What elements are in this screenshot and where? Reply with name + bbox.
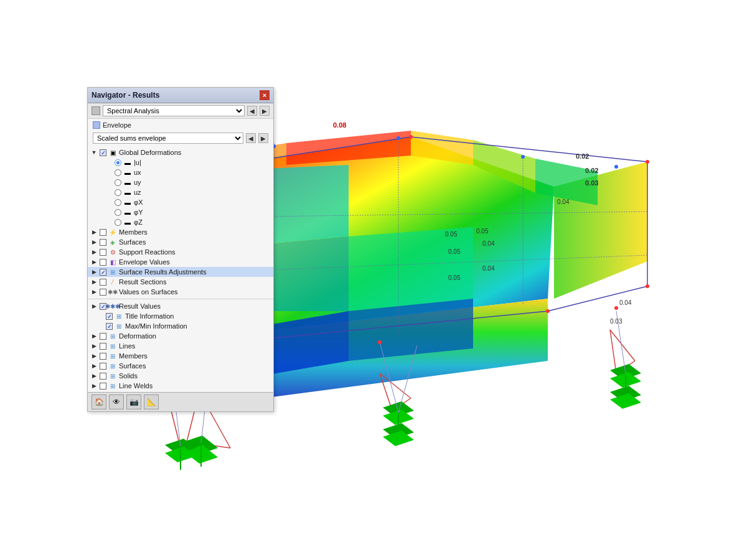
surface-results-adj-checkbox[interactable]: ✓ [100, 269, 106, 276]
global-def-icon: ▣ [108, 148, 117, 157]
result-sections-icon: ∕ [108, 278, 117, 286]
uz-item[interactable]: ▶ ▬ uz [88, 187, 273, 197]
scaled-envelope-dropdown[interactable]: Scaled sums envelope [93, 133, 243, 144]
phiy-radio[interactable] [115, 209, 121, 216]
toolbar-home-btn[interactable]: 🏠 [92, 394, 106, 409]
support-reactions-expander[interactable]: ▶ [90, 248, 98, 256]
solids-item[interactable]: ▶ ⊞ Solids [88, 371, 273, 381]
envelope-values-checkbox[interactable] [100, 259, 106, 266]
surfaces-item2[interactable]: ▶ ⊞ Surfaces [88, 361, 273, 371]
svg-point-59 [409, 135, 413, 139]
spectral-analysis-dropdown[interactable]: Spectral Analysis [103, 105, 245, 116]
phiz-item[interactable]: ▶ ▬ φZ [88, 217, 273, 227]
svg-text:0.05: 0.05 [476, 228, 489, 235]
lines-expander[interactable]: ▶ [90, 342, 98, 350]
members2-expander[interactable]: ▶ [90, 352, 98, 360]
deformation-icon: ⊞ [108, 332, 117, 340]
line-welds-label: Line Welds [119, 382, 153, 390]
members2-label: Members [119, 352, 148, 360]
navigator-titlebar: Navigator - Results × [88, 88, 273, 103]
line-welds-item[interactable]: ▶ ⊞ Line Welds [88, 381, 273, 391]
result-sections-checkbox[interactable] [100, 279, 106, 286]
nav-next-btn[interactable]: ▶ [260, 106, 270, 116]
result-values-label: Result Values [119, 302, 161, 310]
title-info-checkbox[interactable]: ✓ [106, 313, 113, 320]
lines-item[interactable]: ▶ ⊞ Lines [88, 341, 273, 351]
scaled-prev-btn[interactable]: ◀ [246, 133, 256, 143]
nav-prev-btn[interactable]: ◀ [247, 106, 257, 116]
envelope-values-icon: ◧ [108, 258, 117, 266]
line-welds-checkbox[interactable] [100, 383, 106, 390]
members-item2[interactable]: ▶ ⊞ Members [88, 351, 273, 361]
support-reactions-icon: ⚙ [108, 248, 117, 256]
title-information-item[interactable]: ▶ ✓ ⊞ Title Information [88, 311, 273, 321]
result-values-expander[interactable]: ▶ [90, 302, 98, 310]
toolbar-measure-btn[interactable]: 📐 [144, 394, 159, 409]
support-reactions-item[interactable]: ▶ ⚙ Support Reactions [88, 247, 273, 257]
result-sections-item[interactable]: ▶ ∕ Result Sections [88, 277, 273, 287]
title-info-icon: ⊞ [115, 312, 123, 320]
solids-icon: ⊞ [108, 371, 117, 380]
u-abs-item[interactable]: ▶ ▬ |u| [88, 157, 273, 167]
svg-point-68 [521, 155, 525, 159]
result-values-icon: ✱✱✱ [108, 302, 117, 310]
result-sections-label: Result Sections [119, 278, 166, 286]
phiy-item[interactable]: ▶ ▬ φY [88, 207, 273, 217]
surface-results-adj-expander[interactable]: ▶ [90, 268, 98, 276]
phix-radio[interactable] [115, 199, 121, 206]
members-item[interactable]: ▶ ⚡ Members [88, 227, 273, 237]
phiz-radio[interactable] [115, 219, 121, 226]
deformation-label: Deformation [119, 332, 156, 340]
surfaces-checkbox[interactable] [100, 239, 106, 246]
surface-results-adj-item[interactable]: ▶ ✓ ⊞ Surface Results Adjustments [88, 267, 273, 277]
line-welds-expander[interactable]: ▶ [90, 382, 98, 390]
ux-item[interactable]: ▶ ▬ ux [88, 167, 273, 177]
result-sections-expander[interactable]: ▶ [90, 278, 98, 286]
values-on-surfaces-icon: ✱✱ [108, 287, 117, 296]
values-on-surfaces-checkbox[interactable] [100, 289, 106, 296]
envelope-values-expander[interactable]: ▶ [90, 258, 98, 266]
close-button[interactable]: × [260, 90, 270, 100]
svg-text:0.03: 0.03 [585, 179, 598, 187]
ux-radio[interactable] [115, 169, 121, 176]
max-min-info-item[interactable]: ▶ ✓ ⊞ Max/Min Information [88, 321, 273, 331]
result-values-item[interactable]: ▶ ✓ ✱✱✱ Result Values [88, 301, 273, 311]
envelope-values-item[interactable]: ▶ ◧ Envelope Values [88, 257, 273, 267]
uz-radio[interactable] [115, 189, 121, 196]
scaled-next-btn[interactable]: ▶ [258, 133, 268, 143]
toolbar-camera-btn[interactable]: 📷 [126, 394, 141, 409]
members2-checkbox[interactable] [100, 353, 106, 360]
svg-point-62 [546, 309, 550, 313]
phiy-label: φY [134, 208, 143, 216]
solids-checkbox[interactable] [100, 373, 106, 380]
svg-text:0.02: 0.02 [576, 152, 589, 160]
values-on-surfaces-item[interactable]: ▶ ✱✱ Values on Surfaces [88, 287, 273, 297]
solids-expander[interactable]: ▶ [90, 372, 98, 380]
global-def-expander[interactable]: ▼ [90, 149, 98, 156]
surfaces2-checkbox[interactable] [100, 363, 106, 370]
phix-item[interactable]: ▶ ▬ φX [88, 197, 273, 207]
uy-item[interactable]: ▶ ▬ uy [88, 177, 273, 187]
lines-checkbox[interactable] [100, 343, 106, 350]
deformation-checkbox[interactable] [100, 333, 106, 340]
global-def-checkbox[interactable]: ✓ [100, 149, 106, 156]
members-checkbox[interactable] [100, 229, 106, 236]
surfaces-item[interactable]: ▶ ◈ Surfaces [88, 237, 273, 247]
envelope-checkbox[interactable] [93, 121, 100, 129]
members-expander[interactable]: ▶ [90, 228, 98, 236]
max-min-information-label: Max/Min Information [125, 322, 187, 330]
values-on-surfaces-label: Values on Surfaces [119, 288, 178, 296]
surfaces-expander[interactable]: ▶ [90, 238, 98, 246]
line-welds-icon: ⊞ [108, 381, 117, 390]
values-on-surfaces-expander[interactable]: ▶ [90, 288, 98, 296]
deformation-expander[interactable]: ▶ [90, 332, 98, 340]
u-abs-radio[interactable] [115, 159, 121, 166]
global-deformations-item[interactable]: ▼ ✓ ▣ Global Deformations [88, 147, 273, 157]
svg-text:0.02: 0.02 [585, 167, 598, 174]
max-min-checkbox[interactable]: ✓ [106, 323, 113, 330]
uy-radio[interactable] [115, 179, 121, 186]
support-reactions-checkbox[interactable] [100, 249, 106, 256]
deformation-item[interactable]: ▶ ⊞ Deformation [88, 331, 273, 341]
toolbar-view-btn[interactable]: 👁 [109, 394, 124, 409]
surfaces2-expander[interactable]: ▶ [90, 362, 98, 370]
